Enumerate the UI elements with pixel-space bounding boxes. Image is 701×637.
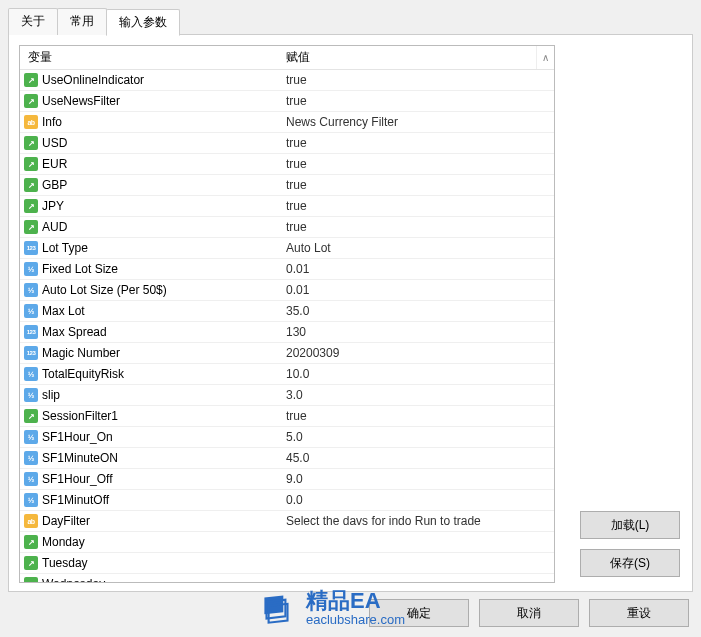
cell-variable: Fixed Lot Size (20, 262, 278, 276)
int-type-icon (24, 346, 38, 360)
table-row[interactable]: EURtrue (20, 154, 554, 175)
table-row[interactable]: InfoNews Currency Filter (20, 112, 554, 133)
param-value[interactable]: true (278, 157, 554, 171)
param-name: Magic Number (42, 346, 120, 360)
table-row[interactable]: USDtrue (20, 133, 554, 154)
param-value[interactable]: true (278, 199, 554, 213)
cell-variable: Info (20, 115, 278, 129)
param-name: GBP (42, 178, 67, 192)
param-value[interactable]: 20200309 (278, 346, 554, 360)
bool-type-icon (24, 409, 38, 423)
param-value[interactable]: true (278, 136, 554, 150)
param-value[interactable]: 35.0 (278, 304, 554, 318)
table-row[interactable]: Max Spread130 (20, 322, 554, 343)
param-value[interactable]: true (278, 220, 554, 234)
cell-variable: SF1Hour_On (20, 430, 278, 444)
param-value[interactable]: Select the davs for indo Run to trade (278, 514, 554, 528)
param-name: UseNewsFilter (42, 94, 120, 108)
grid-header: 变量 赋值 ∧ (20, 46, 554, 70)
bool-type-icon (24, 136, 38, 150)
table-row[interactable]: AUDtrue (20, 217, 554, 238)
param-value[interactable]: 3.0 (278, 388, 554, 402)
param-name: UseOnlineIndicator (42, 73, 144, 87)
reset-button[interactable]: 重设 (589, 599, 689, 627)
tab-common[interactable]: 常用 (57, 8, 107, 35)
param-value[interactable]: 5.0 (278, 430, 554, 444)
table-row[interactable]: DayFilterSelect the davs for indo Run to… (20, 511, 554, 532)
table-row[interactable]: Wednesday (20, 574, 554, 583)
cell-variable: UseNewsFilter (20, 94, 278, 108)
column-value[interactable]: 赋值 (278, 49, 536, 66)
param-name: Max Spread (42, 325, 107, 339)
param-name: SessionFilter1 (42, 409, 118, 423)
table-row[interactable]: Fixed Lot Size0.01 (20, 259, 554, 280)
bool-type-icon (24, 178, 38, 192)
table-row[interactable]: SF1Hour_Off9.0 (20, 469, 554, 490)
scroll-up-arrow[interactable]: ∧ (536, 46, 554, 69)
table-row[interactable]: SF1MinuteON45.0 (20, 448, 554, 469)
table-row[interactable]: Monday (20, 532, 554, 553)
cell-variable: SessionFilter1 (20, 409, 278, 423)
table-row[interactable]: Auto Lot Size (Per 50$)0.01 (20, 280, 554, 301)
load-button[interactable]: 加载(L) (580, 511, 680, 539)
dbl-type-icon (24, 472, 38, 486)
param-name: SF1MinutOff (42, 493, 109, 507)
table-row[interactable]: GBPtrue (20, 175, 554, 196)
tab-inputs[interactable]: 输入参数 (106, 9, 180, 36)
bool-type-icon (24, 220, 38, 234)
bool-type-icon (24, 199, 38, 213)
str-type-icon (24, 514, 38, 528)
cell-variable: SF1Hour_Off (20, 472, 278, 486)
param-name: slip (42, 388, 60, 402)
bool-type-icon (24, 73, 38, 87)
param-name: Fixed Lot Size (42, 262, 118, 276)
cell-variable: Wednesday (20, 577, 278, 583)
table-row[interactable]: Max Lot35.0 (20, 301, 554, 322)
cell-variable: DayFilter (20, 514, 278, 528)
column-variable[interactable]: 变量 (20, 49, 278, 66)
table-row[interactable]: UseOnlineIndicatortrue (20, 70, 554, 91)
param-value[interactable]: Auto Lot (278, 241, 554, 255)
table-row[interactable]: Tuesday (20, 553, 554, 574)
param-value[interactable]: News Currency Filter (278, 115, 554, 129)
param-value[interactable]: 0.01 (278, 262, 554, 276)
table-row[interactable]: JPYtrue (20, 196, 554, 217)
int-type-icon (24, 241, 38, 255)
dialog-buttons: 确定 取消 重设 (369, 599, 689, 627)
table-row[interactable]: slip3.0 (20, 385, 554, 406)
param-value[interactable]: true (278, 94, 554, 108)
param-value[interactable]: 0.0 (278, 493, 554, 507)
watermark-logo-icon (256, 587, 298, 629)
table-row[interactable]: SessionFilter1true (20, 406, 554, 427)
param-value[interactable]: 45.0 (278, 451, 554, 465)
bool-type-icon (24, 94, 38, 108)
param-value[interactable]: true (278, 178, 554, 192)
cell-variable: TotalEquityRisk (20, 367, 278, 381)
param-value[interactable]: 9.0 (278, 472, 554, 486)
table-row[interactable]: UseNewsFiltertrue (20, 91, 554, 112)
table-row[interactable]: SF1Hour_On5.0 (20, 427, 554, 448)
table-row[interactable]: TotalEquityRisk10.0 (20, 364, 554, 385)
table-row[interactable]: Magic Number20200309 (20, 343, 554, 364)
cell-variable: SF1MinuteON (20, 451, 278, 465)
grid-body[interactable]: UseOnlineIndicatortrueUseNewsFiltertrueI… (20, 70, 554, 583)
param-value[interactable]: true (278, 409, 554, 423)
param-name: Auto Lot Size (Per 50$) (42, 283, 167, 297)
ok-button[interactable]: 确定 (369, 599, 469, 627)
dbl-type-icon (24, 367, 38, 381)
tab-about[interactable]: 关于 (8, 8, 58, 35)
table-row[interactable]: SF1MinutOff0.0 (20, 490, 554, 511)
param-value[interactable]: 130 (278, 325, 554, 339)
param-value[interactable]: 0.01 (278, 283, 554, 297)
param-value[interactable]: 10.0 (278, 367, 554, 381)
param-name: TotalEquityRisk (42, 367, 124, 381)
cancel-button[interactable]: 取消 (479, 599, 579, 627)
dbl-type-icon (24, 493, 38, 507)
dbl-type-icon (24, 451, 38, 465)
table-row[interactable]: Lot TypeAuto Lot (20, 238, 554, 259)
save-button[interactable]: 保存(S) (580, 549, 680, 577)
param-name: JPY (42, 199, 64, 213)
tab-strip: 关于 常用 输入参数 (8, 8, 693, 35)
param-value[interactable]: true (278, 73, 554, 87)
param-name: SF1MinuteON (42, 451, 118, 465)
